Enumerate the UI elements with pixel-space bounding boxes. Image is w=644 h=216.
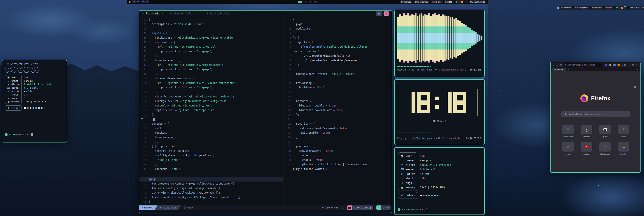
- firefox-window[interactable]: ← → ↻ Search with Google or enter addres…: [550, 62, 640, 173]
- app-grid-icon[interactable]: ▦: [557, 7, 559, 9]
- code-line: 21: [284, 117, 392, 122]
- extension-swirl-icon[interactable]: [609, 64, 611, 66]
- fetch-value-pkgs: 1: [24, 96, 51, 100]
- extension-fox-orange-icon[interactable]: [618, 64, 620, 66]
- clock-date: 08/08/24: [395, 119, 484, 122]
- extension-blue-square-icon[interactable]: [613, 64, 616, 66]
- workspace-3[interactable]: 3: [308, 1, 312, 3]
- fire-icon[interactable]: [621, 7, 623, 9]
- fetch-info: ☻user≡hname❄distro⌨kernel◷uptime›shell◈p…: [5, 75, 64, 111]
- code-line: 9 "x86_64-linux": [139, 158, 283, 162]
- fetch-row: ›shell: [7, 93, 20, 96]
- network-icon[interactable]: ✿: [456, 1, 458, 3]
- shortcut-search-nixos[interactable]: ❄search.nixos: [559, 125, 577, 138]
- personalize-gear-icon[interactable]: ⚙: [634, 85, 636, 89]
- bluetooth-icon[interactable]: ᛒ: [459, 1, 460, 3]
- editor-close-button[interactable]: ×: [384, 12, 389, 16]
- taskbar-app-icon[interactable]: ₩: [141, 0, 145, 4]
- code-line: 24 rtkit.enable = true;: [284, 131, 392, 135]
- code-line: 10 };: [139, 72, 283, 76]
- code-line: 2 sops-nix.url = "github:Mic92/sops-nix"…: [139, 108, 283, 113]
- forward-button[interactable]: →: [556, 64, 558, 66]
- extension-purple-diamond-icon[interactable]: [604, 64, 608, 66]
- taskbar-app-icon[interactable]: ₩: [132, 0, 136, 4]
- editor-tab-flake-nix[interactable]: ❄flake.nix×: [142, 12, 163, 15]
- editor-pane-flake[interactable]: 22{21 description = "tux's NixOS Flake";…: [139, 17, 283, 205]
- bar-module[interactable]: Home: 8ms: [430, 1, 443, 4]
- shortcut-youtube[interactable]: youtube: [577, 142, 596, 155]
- minimize-button[interactable]: −: [629, 64, 630, 66]
- menu-button[interactable]: ≡: [624, 64, 626, 66]
- editor-tab-hosts-isoImag-[interactable]: ❄hosts/isoImag..×: [206, 12, 237, 15]
- desktop: ▦₩₩₩₩1234P: BalancedGPU: IntegratedHome:…: [0, 0, 644, 216]
- url-bar[interactable]: Search with Google or enter address: [564, 63, 603, 67]
- tab-close-icon[interactable]: ×: [198, 12, 200, 15]
- shortcut-claude[interactable]: ✳claude: [614, 125, 633, 138]
- bar-module[interactable]: P: Balanced: [400, 1, 412, 4]
- bluetooth-icon[interactable]: ᛒ: [619, 7, 620, 9]
- prompt-path: ~: [416, 208, 418, 211]
- fetch-row: ≡hname: [400, 158, 415, 162]
- shortcut-github[interactable]: github: [596, 125, 614, 138]
- taskbar-app-icon[interactable]: ₩: [146, 0, 149, 4]
- editor-toggle-button[interactable]: ◐: [376, 12, 382, 16]
- home-icon[interactable]: ⌂: [622, 64, 623, 66]
- code-line: 16: [284, 94, 392, 99]
- shortcut-amazon[interactable]: aamazon: [577, 125, 596, 138]
- shortcut-chatgpt[interactable]: ✳chatgpt: [559, 142, 577, 155]
- shortcut-cloudflare[interactable]: ☁cloudflare: [614, 142, 633, 155]
- terminal-clock[interactable]: 08/08/24 =====================> Playing:…: [394, 79, 485, 145]
- fetch-value-kernel: 6.9.8-zen1: [420, 167, 451, 172]
- prompt-host: canopus: [12, 133, 21, 136]
- bar-module[interactable]: GPU: Integrated: [414, 1, 430, 4]
- fetch-box: ☻user≡hname❄distro⌨kernel◷uptime›shell◈p…: [5, 75, 22, 104]
- battery-icon[interactable]: [624, 7, 626, 9]
- terminal-fetch-left[interactable]: /\ /\‾‾\ ‾7 /‾‾\ \/ ‾/ / /\/ / \ \/ / /‾…: [2, 60, 67, 142]
- terminal-fetch-right[interactable]: ☻user≡hname❄distro⌨kernel◷uptime›shell◈p…: [394, 147, 485, 215]
- tab-list-chevron-icon[interactable]: ∨: [637, 68, 638, 71]
- tab-close-icon[interactable]: ×: [162, 12, 163, 15]
- code-line: 4 firefox-mod-blur = pkgs.callPackage ./…: [139, 195, 283, 200]
- network-icon[interactable]: ✿: [616, 7, 618, 9]
- workspace-2[interactable]: 2: [303, 1, 307, 3]
- code-line: 10 ];: [139, 162, 283, 167]
- editor-pane-pkgs[interactable]: 1{pkgs, ...}: {1 tux-awesome-wm-config =…: [139, 176, 283, 204]
- tab-close-icon[interactable]: ×: [235, 12, 237, 15]
- code-line: 1 tux-awesome-wm-config = pkgs.callPacka…: [139, 181, 283, 186]
- bar-module[interactable]: Bat: 100: [444, 1, 454, 4]
- bar-module[interactable]: GPU: Integrated: [574, 6, 590, 9]
- fetch-row: ▦memory: [400, 185, 415, 190]
- newtab-search-input[interactable]: Search with Google or enter address: [561, 111, 630, 117]
- battery-icon[interactable]: [464, 1, 466, 3]
- reload-button[interactable]: ↻: [560, 64, 562, 66]
- color-dot: [437, 195, 438, 196]
- app-grid-icon[interactable]: ▦: [129, 1, 131, 3]
- color-dot: [431, 195, 433, 196]
- maximize-button[interactable]: □: [632, 64, 634, 66]
- color-dot: [423, 195, 424, 196]
- tab-new-tab[interactable]: New Tab: [552, 68, 566, 71]
- workspace-1[interactable]: 1: [298, 1, 302, 3]
- editor-pane-iso[interactable]: 1{1 pkgs,2 modulesPath,3 ...4}: {5 impor…: [284, 17, 392, 205]
- bar-module[interactable]: P: Balanced: [560, 6, 573, 9]
- taskbar-app-icon[interactable]: ₩: [136, 0, 140, 4]
- close-button[interactable]: ×: [636, 64, 637, 66]
- memory-icon: ▦: [400, 186, 404, 189]
- back-button[interactable]: ←: [552, 64, 555, 66]
- code-line: 5 ...: [139, 140, 283, 144]
- clock-module[interactable]: Thu Aug 08, 18:18: [468, 1, 486, 4]
- palette-icon: ✿: [400, 194, 404, 197]
- terminal-visualizer[interactable]: =====================> Playing: ffee for…: [394, 10, 485, 77]
- fire-icon[interactable]: [461, 1, 463, 3]
- neovim-window[interactable]: ❄flake.nix×❄pkgs/default...×❄hosts/isoIm…: [139, 10, 392, 213]
- clock-module[interactable]: Thu Aug 08, 18:18: [629, 6, 644, 9]
- fetch-value-distro: NixOS 24.11 (Vicuna): [24, 83, 51, 86]
- bar-module[interactable]: Bat: 100: [604, 6, 614, 9]
- bar-module[interactable]: Home: 6ms: [590, 6, 603, 9]
- shortcut-chat-openai[interactable]: ✳chat.openai: [596, 142, 614, 155]
- code-line: 28 ssh.startAgent = true;: [284, 149, 392, 153]
- workspace-4[interactable]: 4: [313, 1, 318, 3]
- shell-prompt: → canopus ~ >>>: [398, 208, 428, 211]
- editor-tab-pkgs-default-[interactable]: ❄pkgs/default...×: [170, 12, 200, 15]
- new-tab-button[interactable]: +: [568, 68, 569, 71]
